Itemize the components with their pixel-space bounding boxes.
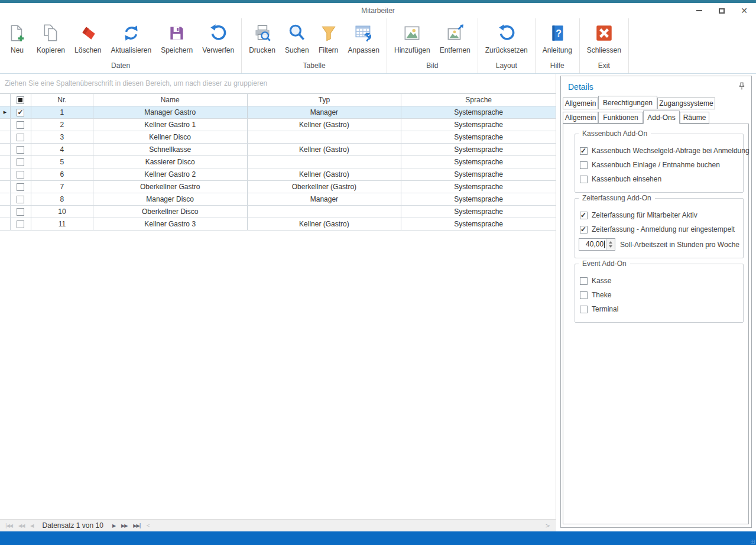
spin-up-icon[interactable] (609, 241, 612, 244)
tab-raeume[interactable]: Räume (680, 112, 709, 124)
aktualisieren-button[interactable]: Aktualisieren (106, 21, 156, 56)
table-row[interactable]: 2 Kellner Gastro 1 Kellner (Gastro) Syst… (0, 119, 556, 131)
ribbon-group-label-layout: Layout (478, 60, 535, 73)
show-desktop-grip[interactable] (751, 540, 755, 544)
filtern-button[interactable]: Filtern (314, 21, 343, 56)
checkbox-row[interactable]: Zeiterfassung für Mitarbeiter Aktiv (579, 208, 739, 222)
checkbox-row[interactable]: Theke (579, 288, 739, 302)
table-row[interactable]: 8 Manager Disco Manager Systemsprache (0, 193, 556, 206)
row-checkbox[interactable] (11, 193, 31, 205)
checkbox-icon[interactable] (580, 277, 588, 285)
entfernen-button[interactable]: Entfernen (435, 21, 475, 56)
tab-funktionen[interactable]: Funktionen (598, 112, 643, 124)
work-hours-input[interactable]: 40,00 (579, 238, 615, 251)
checkbox-row[interactable]: Zeiterfassung - Anmeldung nur eingestemp… (579, 222, 739, 236)
table-row[interactable]: 4 Schnellkasse Kellner (Gastro) Systemsp… (0, 144, 556, 156)
table-row[interactable]: 11 Kellner Gastro 3 Kellner (Gastro) Sys… (0, 218, 556, 231)
maximize-button[interactable] (715, 5, 729, 17)
anleitung-button[interactable]: ? Anleitung (538, 21, 577, 56)
checkbox-checked-icon[interactable] (580, 226, 588, 233)
verwerfen-label: Verwerfen (202, 46, 234, 54)
scroll-right-icon[interactable]: > (546, 523, 553, 529)
table-row[interactable]: 10 Oberkellner Disco Systemsprache (0, 206, 556, 218)
tab-allgemein-inner[interactable]: Allgemein (563, 112, 598, 124)
checkbox-icon[interactable] (580, 306, 588, 313)
outer-tab-strip: Allgemein Berechtigungen Zugangssysteme (561, 95, 751, 109)
nav-prev-icon[interactable]: ◀ (27, 523, 36, 528)
table-row[interactable]: 7 Oberkellner Gastro Oberkellner (Gastro… (0, 181, 556, 193)
row-checkbox[interactable] (11, 218, 31, 230)
tab-add-ons[interactable]: Add-Ons (643, 111, 680, 124)
column-header-sprache[interactable]: Sprache (401, 94, 556, 106)
column-header-nr[interactable]: Nr. (31, 94, 93, 106)
loeschen-button[interactable]: Löschen (70, 21, 106, 56)
row-checkbox[interactable] (11, 156, 31, 168)
nav-prev-page-icon[interactable]: ◀◀ (15, 523, 27, 528)
checkbox-row[interactable]: Kassenbuch Wechselgeld-Abfrage bei Anmel… (579, 144, 739, 158)
row-checkbox[interactable] (11, 106, 31, 118)
cell-nr: 4 (31, 144, 93, 155)
row-checkbox[interactable] (11, 131, 31, 143)
checkbox-row[interactable]: Kassenbuch einsehen (579, 172, 739, 186)
spin-down-icon[interactable] (609, 245, 612, 248)
verwerfen-button[interactable]: Verwerfen (197, 21, 239, 56)
checkbox-row[interactable]: Kassenbuch Einlage / Entnahme buchen (579, 158, 739, 172)
close-button[interactable]: ✕ (737, 5, 751, 17)
kassenbuch-addon-group-title: Kassenbuch Add-On (579, 129, 651, 138)
checkbox-icon[interactable] (580, 161, 588, 169)
checkbox-row[interactable]: Terminal (579, 302, 739, 316)
speichern-button[interactable]: Speichern (156, 21, 197, 56)
row-checkbox[interactable] (11, 181, 31, 193)
nav-scroll-left-icon[interactable]: < (143, 523, 153, 528)
checkbox-icon[interactable] (580, 291, 588, 299)
table-row[interactable]: 3 Kellner Disco Systemsprache (0, 131, 556, 144)
row-checkbox[interactable] (11, 144, 31, 155)
cell-name: Oberkellner Gastro (93, 181, 248, 193)
column-header-typ[interactable]: Typ (248, 94, 402, 106)
tab-zugangssysteme[interactable]: Zugangssysteme (657, 98, 715, 109)
schliessen-button[interactable]: Schliessen (582, 21, 626, 56)
inner-tab-strip: Allgemein Funktionen Add-Ons Räume (561, 109, 751, 124)
nav-last-icon[interactable]: ▶▶| (130, 523, 143, 528)
row-checkbox[interactable] (11, 119, 31, 131)
drucken-button[interactable]: Drucken (244, 21, 280, 56)
suchen-button[interactable]: Suchen (280, 21, 314, 56)
close-icon: ✕ (741, 7, 748, 15)
cell-name: Kellner Gastro 1 (93, 119, 248, 131)
row-checkbox[interactable] (11, 168, 31, 180)
spinner-buttons[interactable] (606, 239, 615, 250)
aktualisieren-label: Aktualisieren (111, 46, 151, 54)
kopieren-button[interactable]: Kopieren (32, 21, 70, 56)
column-header-name[interactable]: Name (93, 94, 248, 106)
table-row[interactable]: ▶ 1 Manager Gastro Manager Systemsprache (0, 106, 556, 119)
minimize-button[interactable] (692, 5, 706, 17)
row-checkbox[interactable] (11, 206, 31, 218)
maximize-icon (719, 8, 725, 14)
table-row[interactable]: 6 Kellner Gastro 2 Kellner (Gastro) Syst… (0, 168, 556, 181)
checkbox-icon[interactable] (580, 176, 588, 183)
nav-first-icon[interactable]: |◀◀ (2, 523, 15, 528)
grid-header-row: Nr. Name Typ Sprache (0, 93, 556, 106)
nav-next-icon[interactable]: ▶ (109, 523, 118, 528)
table-row[interactable]: 5 Kassierer Disco Systemsprache (0, 156, 556, 168)
checkbox-row[interactable]: Kasse (579, 274, 739, 288)
ribbon-group-tabelle: Drucken Suchen Filtern (242, 18, 387, 73)
tab-berechtigungen[interactable]: Berechtigungen (598, 96, 657, 109)
checkbox-icon (17, 220, 24, 228)
checkbox-checked-icon[interactable] (580, 212, 588, 219)
nav-next-page-icon[interactable]: ▶▶ (118, 523, 130, 528)
zuruecksetzen-button[interactable]: Zurücksetzen (481, 21, 533, 56)
select-all-checkbox[interactable] (11, 94, 31, 106)
anpassen-button[interactable]: Anpassen (343, 21, 384, 56)
cell-sprache: Systemsprache (401, 106, 556, 118)
work-hours-spinner-row: 40,00 Soll-Arbeitszeit in Stunden pro Wo… (579, 237, 739, 252)
cell-name: Oberkellner Disco (93, 206, 248, 218)
image-add-icon (402, 23, 422, 43)
neu-button[interactable]: Neu (2, 21, 32, 56)
hinzufuegen-button[interactable]: Hinzufügen (390, 21, 435, 56)
pin-icon[interactable] (739, 82, 745, 92)
checkbox-label: Kassenbuch Einlage / Entnahme buchen (592, 161, 720, 169)
tab-allgemein-outer[interactable]: Allgemein (563, 98, 598, 109)
groupby-bar[interactable]: Ziehen Sie eine Spaltenüberschrift in di… (0, 74, 556, 93)
checkbox-checked-icon[interactable] (580, 147, 588, 155)
